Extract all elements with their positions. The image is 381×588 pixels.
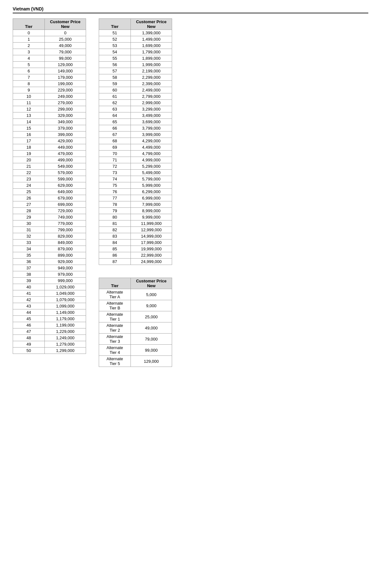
tier-cell: 17: [13, 138, 45, 144]
tier-cell: 37: [13, 265, 45, 271]
price-cell: 6,999,000: [131, 195, 172, 201]
tier-cell: 23: [13, 176, 45, 182]
price-cell: 829,000: [45, 233, 86, 240]
price-cell: 9,999,000: [131, 214, 172, 220]
table3: Customer Price Tier New Alternate Tier A…: [99, 278, 172, 367]
table-row: 441,149,000: [13, 309, 86, 316]
tier-cell: Alternate Tier B: [99, 300, 131, 311]
table2-price-header-top: Customer Price: [131, 19, 172, 24]
price-cell: 399,000: [45, 132, 86, 138]
table-row: 8199,000: [13, 81, 86, 87]
price-cell: 679,000: [45, 195, 86, 201]
table-row: 36929,000: [13, 259, 86, 265]
price-cell: 14,999,000: [131, 233, 172, 240]
price-cell: 249,000: [45, 93, 86, 100]
price-cell: 3,999,000: [131, 132, 172, 138]
tier-cell: 53: [99, 43, 131, 49]
table-row: 32829,000: [13, 233, 86, 240]
price-cell: 779,000: [45, 220, 86, 227]
table-row: 12299,000: [13, 106, 86, 112]
tier-cell: 20: [13, 157, 45, 163]
tier-cell: 12: [13, 106, 45, 112]
left-column: Customer Price Tier New 00125,000249,000…: [13, 18, 86, 354]
price-cell: 499,000: [45, 157, 86, 163]
tier-cell: 76: [99, 189, 131, 195]
tier-cell: 45: [13, 316, 45, 322]
table-row: 8111,999,000: [99, 220, 172, 227]
tier-cell: 75: [99, 182, 131, 189]
price-cell: 949,000: [45, 265, 86, 271]
tier-cell: Alternate Tier 2: [99, 322, 131, 334]
tier-cell: 81: [99, 220, 131, 227]
table-row: 431,099,000: [13, 303, 86, 309]
price-cell: 3,499,000: [131, 112, 172, 119]
tier-cell: 25: [13, 189, 45, 195]
price-cell: 1,299,000: [45, 348, 86, 354]
table-row: 27699,000: [13, 201, 86, 208]
tier-cell: 74: [99, 176, 131, 182]
tier-cell: 4: [13, 55, 45, 62]
tier-cell: 6: [13, 68, 45, 74]
tier-cell: 63: [99, 106, 131, 112]
price-cell: 1,499,000: [131, 36, 172, 43]
price-cell: 25,000: [131, 311, 172, 322]
table-row: 28729,000: [13, 208, 86, 214]
table-row: 411,049,000: [13, 290, 86, 297]
table-row: 22579,000: [13, 170, 86, 176]
tier-cell: 86: [99, 252, 131, 259]
tier-cell: 69: [99, 144, 131, 151]
price-cell: 849,000: [45, 240, 86, 246]
tier-cell: 0: [13, 30, 45, 36]
tier-cell: 70: [99, 151, 131, 157]
tier-cell: 3: [13, 49, 45, 55]
tier-cell: 44: [13, 309, 45, 316]
table-row: 694,499,000: [99, 144, 172, 151]
price-cell: 1,799,000: [131, 49, 172, 55]
price-cell: 1,149,000: [45, 309, 86, 316]
table-row: 125,000: [13, 36, 86, 43]
tier-cell: Alternate Tier 4: [99, 345, 131, 356]
table-row: 26679,000: [13, 195, 86, 201]
tier-cell: 29: [13, 214, 45, 220]
price-cell: 429,000: [45, 138, 86, 144]
tier-cell: 19: [13, 151, 45, 157]
price-cell: 1,179,000: [45, 316, 86, 322]
price-cell: 24,999,000: [131, 259, 172, 265]
table2-new-header: New: [131, 24, 172, 30]
table2: Customer Price Tier New 511,399,000521,4…: [99, 18, 172, 265]
tier-cell: 47: [13, 328, 45, 335]
tier-cell: 62: [99, 100, 131, 106]
table-row: 24629,000: [13, 182, 86, 189]
tier-cell: 28: [13, 208, 45, 214]
table-row: 25649,000: [13, 189, 86, 195]
price-cell: 449,000: [45, 144, 86, 151]
tier-cell: 73: [99, 170, 131, 176]
tier-cell: 39: [13, 278, 45, 284]
table-row: 37949,000: [13, 265, 86, 271]
price-cell: 2,799,000: [131, 93, 172, 100]
price-cell: 1,079,000: [45, 297, 86, 303]
table-row: 643,499,000: [99, 112, 172, 119]
price-cell: 5,299,000: [131, 163, 172, 170]
price-cell: 629,000: [45, 182, 86, 189]
tier-cell: 56: [99, 62, 131, 68]
table-row: 787,999,000: [99, 201, 172, 208]
price-cell: 229,000: [45, 87, 86, 93]
price-cell: 199,000: [45, 81, 86, 87]
tier-cell: 18: [13, 144, 45, 151]
table-row: 8622,999,000: [99, 252, 172, 259]
tier-cell: 32: [13, 233, 45, 240]
tier-cell: 16: [13, 132, 45, 138]
tier-cell: 51: [99, 30, 131, 36]
tier-cell: 36: [13, 259, 45, 265]
tier-cell: 27: [13, 201, 45, 208]
price-cell: 79,000: [131, 334, 172, 345]
table-row: 471,229,000: [13, 328, 86, 335]
price-cell: 379,000: [45, 125, 86, 132]
tier-cell: 21: [13, 163, 45, 170]
table-row: 29749,000: [13, 214, 86, 220]
price-cell: 1,699,000: [131, 43, 172, 49]
price-cell: 9,000: [131, 300, 172, 311]
price-cell: 1,399,000: [131, 30, 172, 36]
table-row: 15379,000: [13, 125, 86, 132]
